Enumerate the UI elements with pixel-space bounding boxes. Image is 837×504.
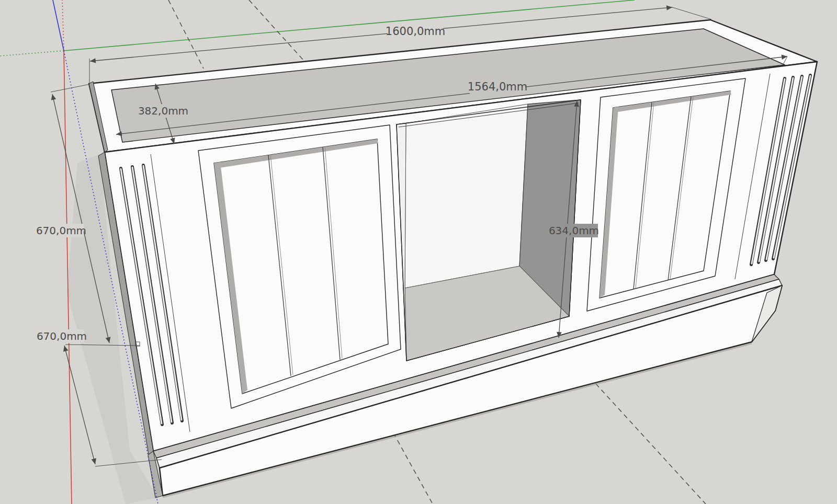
dimension-label-top-depth: 382,0mm: [138, 105, 188, 117]
sketchup-viewport[interactable]: 1600,0mm 1564,0mm 382,0mm 670,0mm 670,0m…: [0, 0, 837, 504]
dimension-label-upper-height: 670,0mm: [36, 224, 86, 237]
dimension-label-inner-top-width: 1564,0mm: [468, 81, 527, 93]
compartment-back-wall: [405, 104, 528, 288]
dimension-label-opening-height: 634,0mm: [549, 224, 599, 237]
dimension-label-lower-height: 670,0mm: [37, 330, 87, 342]
drawing-canvas[interactable]: 1600,0mm 1564,0mm 382,0mm 670,0mm 670,0m…: [0, 0, 837, 504]
dimension-label-total-width: 1600,0mm: [386, 25, 445, 38]
